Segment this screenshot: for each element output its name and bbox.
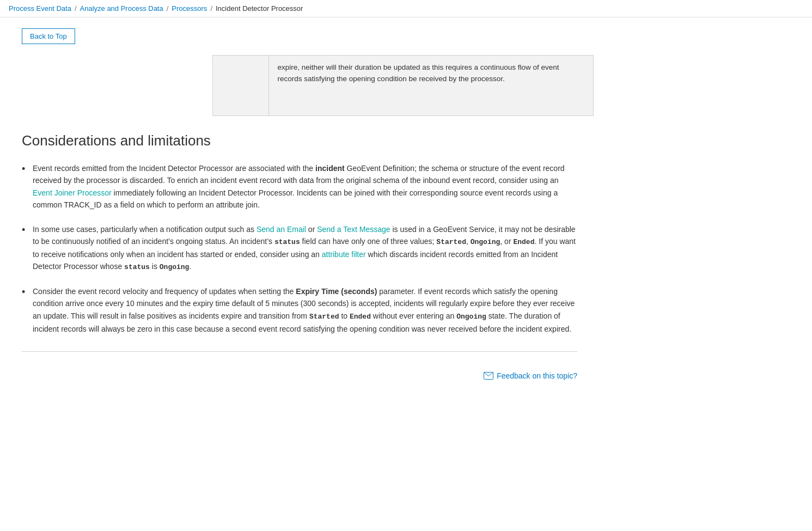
link-event-joiner-processor[interactable]: Event Joiner Processor [33, 188, 112, 197]
bullet-dot-1: • [22, 164, 33, 174]
back-to-top-button[interactable]: Back to Top [22, 28, 75, 44]
link-attribute-filter[interactable]: attribute filter [322, 250, 366, 259]
bullet-dot-3: • [22, 287, 33, 297]
breadcrumb-current: Incident Detector Processor [216, 4, 303, 13]
code-started-2: Started [309, 313, 339, 321]
link-send-text[interactable]: Send a Text Message [317, 225, 390, 234]
bold-incident: incident [315, 164, 345, 173]
code-ongoing-3: Ongoing [456, 313, 486, 321]
code-status-2: status [124, 263, 150, 271]
bottom-divider [22, 351, 577, 352]
considerations-bullet-list: • Event records emitted from the Inciden… [22, 162, 577, 335]
bullet-text-3: Consider the event record velocity and f… [33, 285, 577, 335]
code-started-1: Started [436, 238, 466, 246]
code-ongoing-2: Ongoing [160, 263, 190, 271]
top-table-right-cell: expire, neither will their duration be u… [269, 56, 593, 115]
code-ended-2: Ended [350, 313, 371, 321]
top-table-container: expire, neither will their duration be u… [212, 55, 594, 116]
bullet-item-3: • Consider the event record velocity and… [22, 285, 577, 335]
top-table-left-cell [213, 56, 269, 115]
mail-icon [484, 372, 493, 380]
considerations-heading: Considerations and limitations [22, 132, 577, 149]
breadcrumb-analyze-process-data[interactable]: Analyze and Process Data [80, 4, 163, 13]
main-content: Back to Top expire, neither will their d… [0, 17, 599, 407]
breadcrumb-process-event-data[interactable]: Process Event Data [9, 4, 71, 13]
bullet-item-1: • Event records emitted from the Inciden… [22, 162, 577, 211]
breadcrumb-processors[interactable]: Processors [172, 4, 207, 13]
breadcrumb-bar: Process Event Data / Analyze and Process… [0, 0, 812, 17]
bullet-text-1: Event records emitted from the Incident … [33, 162, 577, 211]
code-ended-1: Ended [513, 238, 534, 246]
feedback-link[interactable]: Feedback on this topic? [484, 371, 577, 380]
breadcrumb-separator-3: / [210, 4, 212, 13]
breadcrumb-separator-1: / [75, 4, 77, 13]
feedback-row: Feedback on this topic? [22, 363, 577, 386]
feedback-label: Feedback on this topic? [497, 371, 577, 380]
bullet-dot-2: • [22, 225, 33, 235]
code-ongoing-1: Ongoing [471, 238, 500, 246]
breadcrumb-separator-2: / [167, 4, 169, 13]
bullet-text-2: In some use cases, particularly when a n… [33, 223, 577, 273]
link-send-email[interactable]: Send an Email [257, 225, 306, 234]
top-table-row: expire, neither will their duration be u… [213, 56, 593, 115]
code-status-1: status [274, 238, 300, 246]
bold-expiry-time: Expiry Time (seconds) [296, 287, 377, 296]
bullet-item-2: • In some use cases, particularly when a… [22, 223, 577, 273]
